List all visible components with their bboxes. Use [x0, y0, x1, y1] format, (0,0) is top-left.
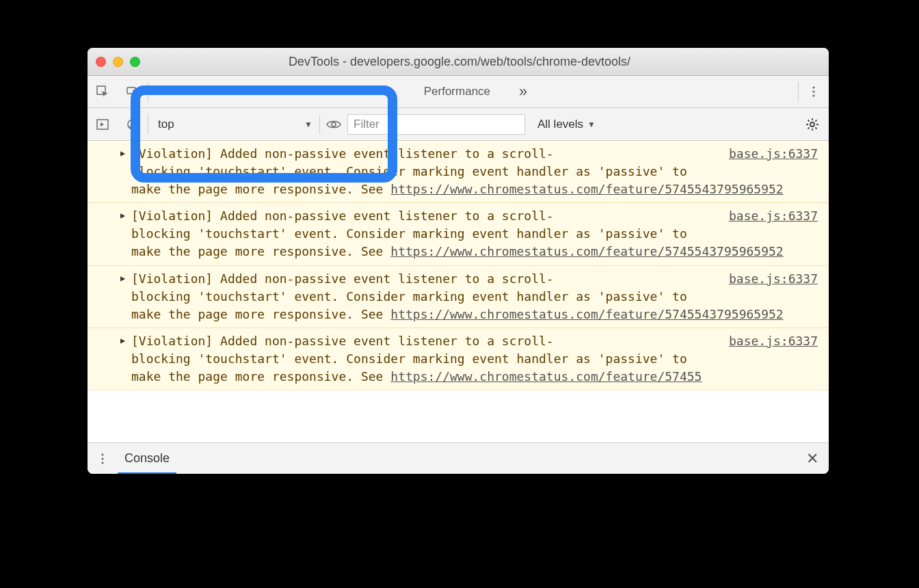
- execution-context-select[interactable]: top ▼: [148, 113, 319, 135]
- tab-sources[interactable]: Sources: [262, 76, 332, 107]
- toggle-drawer-icon[interactable]: [88, 118, 118, 131]
- svg-line-8: [129, 121, 136, 128]
- feature-link[interactable]: https://www.chromestatus.com/feature/574…: [390, 307, 783, 321]
- log-levels-select[interactable]: All levels ▼: [537, 118, 596, 131]
- filter-placeholder: Filter: [354, 118, 379, 131]
- main-toolbar: Sources Network Performance »: [88, 76, 829, 108]
- live-expression-icon[interactable]: [320, 119, 347, 130]
- message-text: make the page more responsive. See: [131, 244, 390, 258]
- console-toolbar: top ▼ Filter All levels ▼: [88, 108, 829, 141]
- drawer-menu-icon[interactable]: [88, 453, 118, 465]
- close-drawer-icon[interactable]: ✕: [796, 450, 829, 468]
- svg-rect-2: [133, 90, 137, 96]
- feature-link[interactable]: https://www.chromestatus.com/feature/574…: [390, 369, 702, 384]
- chevron-down-icon: ▼: [304, 120, 312, 129]
- message-text: [Violation] Added non-passive event list…: [131, 209, 554, 223]
- message-source-link[interactable]: base.js:6337: [729, 270, 818, 288]
- svg-line-18: [815, 120, 816, 121]
- context-label: top: [158, 118, 174, 131]
- chevron-down-icon: ▼: [587, 120, 596, 129]
- message-text: [Violation] Added non-passive event list…: [131, 271, 554, 286]
- message-text: [Violation] Added non-passive event list…: [131, 334, 554, 348]
- message-source-link[interactable]: base.js:6337: [729, 145, 818, 163]
- svg-point-19: [101, 453, 103, 455]
- tab-performance[interactable]: Performance: [410, 76, 504, 107]
- console-message[interactable]: ▶ base.js:6337 [Violation] Added non-pas…: [88, 141, 829, 203]
- inspect-element-icon[interactable]: [88, 85, 118, 98]
- svg-line-15: [808, 120, 810, 121]
- message-text: make the page more responsive. See: [131, 369, 390, 384]
- message-text: blocking 'touchstart' event. Consider ma…: [131, 226, 687, 241]
- message-text: blocking 'touchstart' event. Consider ma…: [131, 351, 687, 366]
- levels-label: All levels: [537, 118, 583, 131]
- message-text: [Violation] Added non-passive event list…: [131, 146, 554, 161]
- message-text: make the page more responsive. See: [131, 307, 390, 321]
- svg-line-16: [815, 127, 816, 129]
- drawer-tab-label: Console: [124, 451, 170, 466]
- feature-link[interactable]: https://www.chromestatus.com/feature/574…: [390, 182, 783, 196]
- device-toggle-icon[interactable]: [118, 85, 148, 98]
- svg-point-5: [812, 94, 814, 96]
- titlebar: DevTools - developers.google.com/web/too…: [88, 48, 829, 76]
- feature-link[interactable]: https://www.chromestatus.com/feature/574…: [390, 244, 783, 258]
- more-tabs-button[interactable]: »: [508, 83, 538, 101]
- panel-tabs: Sources Network Performance »: [148, 76, 798, 107]
- disclosure-triangle-icon[interactable]: ▶: [120, 148, 125, 159]
- message-source-link[interactable]: base.js:6337: [729, 207, 818, 225]
- console-output: ▶ base.js:6337 [Violation] Added non-pas…: [88, 141, 829, 442]
- drawer-tab-console[interactable]: Console: [118, 443, 176, 474]
- disclosure-triangle-icon[interactable]: ▶: [120, 335, 125, 347]
- console-message[interactable]: ▶ base.js:6337 [Violation] Added non-pas…: [88, 328, 829, 390]
- disclosure-triangle-icon[interactable]: ▶: [120, 210, 125, 222]
- tab-network[interactable]: Network: [336, 76, 405, 107]
- message-source-link[interactable]: base.js:6337: [729, 332, 818, 350]
- svg-point-20: [101, 457, 103, 459]
- console-message[interactable]: ▶ base.js:6337 [Violation] Added non-pas…: [88, 266, 829, 328]
- svg-line-17: [808, 127, 810, 129]
- message-text: make the page more responsive. See: [131, 182, 390, 196]
- disclosure-triangle-icon[interactable]: ▶: [120, 273, 125, 284]
- console-settings-icon[interactable]: [796, 118, 829, 131]
- svg-point-9: [332, 122, 336, 126]
- kebab-menu-icon[interactable]: [799, 85, 829, 98]
- clear-console-icon[interactable]: [118, 118, 148, 131]
- window-title: DevTools - developers.google.com/web/too…: [98, 55, 821, 69]
- devtools-window: DevTools - developers.google.com/web/too…: [88, 48, 829, 474]
- svg-point-3: [812, 86, 814, 88]
- svg-point-4: [812, 90, 814, 92]
- svg-point-21: [101, 462, 103, 464]
- filter-input[interactable]: Filter: [347, 114, 525, 135]
- message-text: blocking 'touchstart' event. Consider ma…: [131, 164, 687, 178]
- console-message[interactable]: ▶ base.js:6337 [Violation] Added non-pas…: [88, 203, 829, 265]
- drawer: Console ✕: [88, 442, 829, 474]
- svg-point-10: [810, 122, 814, 126]
- message-text: blocking 'touchstart' event. Consider ma…: [131, 289, 687, 304]
